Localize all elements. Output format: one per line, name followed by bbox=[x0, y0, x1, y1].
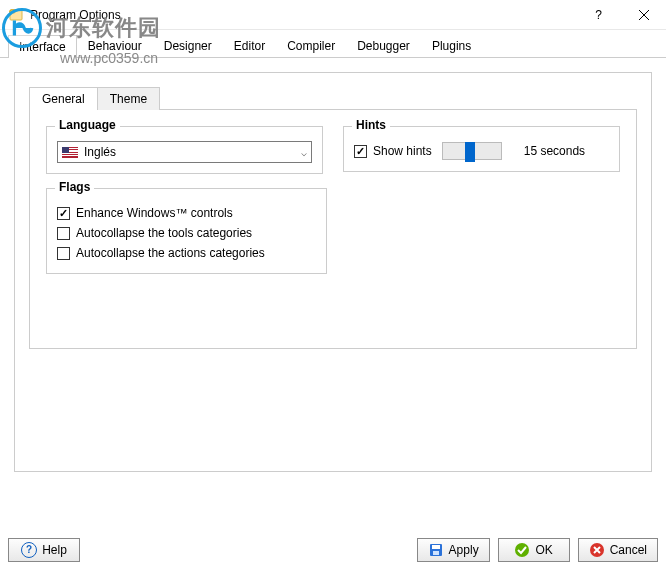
flag-label: Autocollapse the actions categories bbox=[76, 246, 265, 260]
flag-autocollapse-tools[interactable]: Autocollapse the tools categories bbox=[57, 223, 316, 243]
ok-label: OK bbox=[535, 543, 552, 557]
checkbox-icon bbox=[57, 207, 70, 220]
us-flag-icon bbox=[62, 147, 78, 158]
window-controls: ? bbox=[576, 0, 666, 30]
tab-interface[interactable]: Interface bbox=[8, 35, 77, 58]
main-tabs: Interface Behaviour Designer Editor Comp… bbox=[0, 30, 666, 58]
show-hints-label: Show hints bbox=[373, 144, 432, 158]
language-dropdown[interactable]: Inglés ⌵ bbox=[57, 141, 312, 163]
cancel-icon bbox=[589, 542, 605, 558]
show-hints-checkbox[interactable]: Show hints bbox=[354, 141, 432, 161]
flag-label: Enhance Windows™ controls bbox=[76, 206, 233, 220]
app-icon bbox=[8, 7, 24, 23]
sub-tabs: General Theme bbox=[29, 87, 637, 110]
subtab-general[interactable]: General bbox=[29, 87, 98, 110]
content-area: General Theme Language Inglés ⌵ bbox=[0, 58, 666, 472]
ok-button[interactable]: OK bbox=[498, 538, 570, 562]
subtab-theme[interactable]: Theme bbox=[97, 87, 160, 110]
help-button[interactable]: ? Help bbox=[8, 538, 80, 562]
bottom-bar: ? Help Apply OK Cancel bbox=[8, 538, 658, 562]
language-group: Language Inglés ⌵ bbox=[46, 126, 323, 174]
svg-rect-3 bbox=[432, 545, 440, 549]
tab-compiler[interactable]: Compiler bbox=[276, 34, 346, 57]
ok-icon bbox=[514, 542, 530, 558]
help-titlebar-button[interactable]: ? bbox=[576, 0, 621, 30]
flags-legend: Flags bbox=[55, 180, 94, 194]
hints-value: 15 seconds bbox=[524, 144, 585, 158]
tab-editor[interactable]: Editor bbox=[223, 34, 276, 57]
tab-designer[interactable]: Designer bbox=[153, 34, 223, 57]
svg-point-5 bbox=[515, 543, 529, 557]
checkbox-icon bbox=[354, 145, 367, 158]
save-icon bbox=[428, 542, 444, 558]
window-title: Program Options bbox=[30, 8, 576, 22]
language-value: Inglés bbox=[84, 145, 301, 159]
hints-slider[interactable] bbox=[442, 142, 502, 160]
flags-group: Flags Enhance Windows™ controls Autocoll… bbox=[46, 188, 327, 274]
checkbox-icon bbox=[57, 247, 70, 260]
flag-enhance-controls[interactable]: Enhance Windows™ controls bbox=[57, 203, 316, 223]
apply-button[interactable]: Apply bbox=[417, 538, 490, 562]
titlebar: Program Options ? bbox=[0, 0, 666, 30]
tab-debugger[interactable]: Debugger bbox=[346, 34, 421, 57]
cancel-button[interactable]: Cancel bbox=[578, 538, 658, 562]
slider-thumb bbox=[465, 142, 475, 162]
flag-autocollapse-actions[interactable]: Autocollapse the actions categories bbox=[57, 243, 316, 263]
cancel-label: Cancel bbox=[610, 543, 647, 557]
help-icon: ? bbox=[21, 542, 37, 558]
close-button[interactable] bbox=[621, 0, 666, 30]
svg-rect-4 bbox=[433, 551, 439, 555]
close-icon bbox=[639, 10, 649, 20]
tab-behaviour[interactable]: Behaviour bbox=[77, 34, 153, 57]
hints-legend: Hints bbox=[352, 118, 390, 132]
svg-rect-1 bbox=[10, 10, 15, 13]
help-label: Help bbox=[42, 543, 67, 557]
chevron-down-icon: ⌵ bbox=[301, 147, 307, 158]
hints-group: Hints Show hints 15 seconds bbox=[343, 126, 620, 172]
apply-label: Apply bbox=[449, 543, 479, 557]
flag-label: Autocollapse the tools categories bbox=[76, 226, 252, 240]
language-legend: Language bbox=[55, 118, 120, 132]
checkbox-icon bbox=[57, 227, 70, 240]
panel: General Theme Language Inglés ⌵ bbox=[14, 72, 652, 472]
tab-plugins[interactable]: Plugins bbox=[421, 34, 482, 57]
sub-panel: Language Inglés ⌵ Hints bbox=[29, 109, 637, 349]
